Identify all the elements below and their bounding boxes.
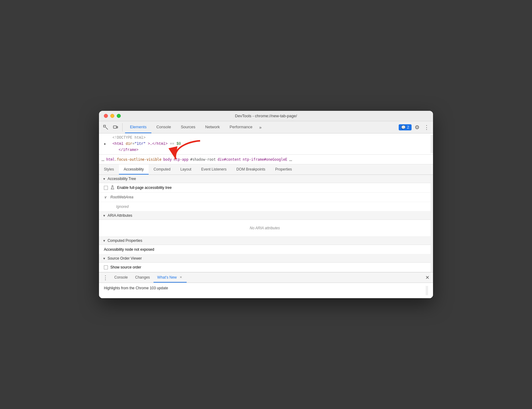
settings-button[interactable]: ⚙ — [413, 123, 421, 132]
device-icon — [113, 125, 118, 130]
tab-layout[interactable]: Layout — [175, 164, 196, 174]
root-web-area-label: RootWebArea — [110, 195, 133, 199]
feedback-count: 2 — [407, 125, 409, 129]
dom-line-iframe[interactable]: </iframe> — [99, 147, 431, 153]
feedback-icon: 💬 — [401, 125, 406, 129]
breadcrumb-dots[interactable]: … — [101, 156, 104, 162]
not-exposed-label: Accessibility node not exposed — [104, 247, 154, 252]
bc-ntp-app[interactable]: ntp-app — [173, 157, 188, 162]
accessibility-panel: ▼ Accessibility Tree Enable full-page ac… — [99, 175, 433, 272]
drawer-content-area: Highlights from the Chrome 103 update — [99, 283, 433, 298]
bc-html[interactable]: html.focus-outline-visible — [106, 157, 162, 162]
dom-scrollbar[interactable] — [431, 135, 433, 153]
close-button[interactable] — [104, 114, 108, 118]
tab-styles[interactable]: Styles — [99, 164, 119, 174]
show-source-order-row: Show source order — [99, 263, 431, 272]
drawer-scrollbar[interactable] — [426, 286, 428, 295]
drawer-console-label: Console — [114, 275, 128, 280]
ignored-label: Ignored — [116, 204, 129, 209]
root-web-area-row[interactable]: ∨ RootWebArea — [99, 193, 431, 202]
title-bar: DevTools - chrome://new-tab-page/ — [99, 111, 433, 121]
drawer-changes-label: Changes — [135, 275, 150, 280]
window-title: DevTools - chrome://new-tab-page/ — [235, 114, 297, 118]
aria-collapse-icon: ▼ — [103, 214, 106, 217]
drawer-kebab-icon[interactable]: ⋮ — [100, 273, 111, 282]
enable-full-page-checkbox[interactable] — [104, 186, 108, 190]
drawer-tabs: ⋮ Console Changes What's New ✕ ✕ — [99, 272, 433, 283]
dom-line-doctype[interactable]: <!DOCTYPE html> — [99, 135, 431, 141]
enable-full-page-row: Enable full-page accessibility tree — [99, 183, 431, 193]
toolbar-icons — [101, 123, 123, 132]
computed-properties-label: Computed Properties — [108, 238, 142, 243]
accessibility-content: ▼ Accessibility Tree Enable full-page ac… — [99, 175, 431, 272]
accessibility-tree-header[interactable]: ▼ Accessibility Tree — [99, 175, 431, 183]
drawer-tab-console[interactable]: Console — [111, 272, 131, 283]
tab-elements[interactable]: Elements — [125, 121, 151, 133]
tab-console[interactable]: Console — [151, 121, 176, 133]
traffic-lights — [104, 114, 121, 118]
svg-rect-1 — [113, 126, 116, 128]
dom-doctype: <!DOCTYPE html> — [111, 136, 431, 140]
breadcrumb: … html.focus-outline-visible body ntp-ap… — [99, 155, 433, 164]
device-toggle-button[interactable] — [111, 123, 120, 132]
feedback-button[interactable]: 💬 2 — [399, 124, 412, 130]
inspect-icon — [103, 125, 108, 130]
tree-collapse-icon: ▼ — [103, 177, 106, 181]
source-order-label: Source Order Viewer — [108, 256, 142, 261]
bottom-drawer: ⋮ Console Changes What's New ✕ ✕ Highlig… — [99, 272, 433, 298]
tab-dom-breakpoints[interactable]: DOM Breakpoints — [231, 164, 270, 174]
no-aria-row: No ARIA attributes — [99, 220, 431, 237]
show-source-order-checkbox[interactable] — [104, 265, 108, 269]
inspect-element-button[interactable] — [101, 123, 110, 132]
drawer-tab-whats-new[interactable]: What's New ✕ — [154, 272, 187, 283]
enable-full-page-label: Enable full-page accessibility tree — [117, 186, 172, 190]
source-order-header[interactable]: ▼ Source Order Viewer — [99, 254, 431, 263]
accessibility-tree-label: Accessibility Tree — [108, 177, 136, 181]
kebab-menu-button[interactable]: ⋮ — [423, 123, 431, 132]
computed-properties-header[interactable]: ▼ Computed Properties — [99, 237, 431, 245]
flask-icon — [110, 186, 115, 190]
tab-properties[interactable]: Properties — [270, 164, 297, 174]
aria-attributes-header[interactable]: ▼ ARIA Attributes — [99, 212, 431, 220]
aria-attributes-label: ARIA Attributes — [108, 213, 132, 218]
drawer-main-content: Highlights from the Chrome 103 update — [104, 286, 426, 295]
ignored-row: Ignored — [99, 202, 431, 212]
toolbar-right: 💬 2 ⚙ ⋮ — [399, 123, 431, 132]
root-expand-icon: ∨ — [104, 195, 107, 199]
drawer-content-text: Highlights from the Chrome 103 update — [104, 286, 168, 290]
tab-network[interactable]: Network — [200, 121, 225, 133]
devtools-window: DevTools - chrome://new-tab-page/ Elemen… — [99, 111, 433, 298]
bc-more[interactable]: … — [289, 156, 292, 162]
not-exposed-row: Accessibility node not exposed — [99, 245, 431, 254]
tab-event-listeners[interactable]: Event Listeners — [196, 164, 231, 174]
bc-shadow-root[interactable]: #shadow-root — [190, 157, 216, 162]
main-tabs: Elements Console Sources Network Perform… — [125, 121, 399, 133]
bc-ntp-iframe[interactable]: ntp-iframe#oneGoogleE — [243, 157, 287, 162]
main-scrollbar[interactable] — [431, 175, 433, 272]
minimize-button[interactable] — [110, 114, 114, 118]
dom-line-html[interactable]: ▶ <html dir="ltr" >…</html> == $0 — [99, 141, 431, 147]
more-tabs-button[interactable]: » — [257, 121, 264, 133]
tab-sources[interactable]: Sources — [176, 121, 200, 133]
dom-content: <!DOCTYPE html> ▶ <html dir="ltr" >…</ht… — [99, 135, 431, 153]
bc-body[interactable]: body — [163, 157, 172, 162]
no-aria-text: No ARIA attributes — [104, 222, 426, 234]
svg-point-5 — [112, 188, 112, 189]
drawer-close-button[interactable]: ✕ — [423, 273, 432, 282]
tab-computed[interactable]: Computed — [149, 164, 175, 174]
breadcrumb-container: … html.focus-outline-visible body ntp-ap… — [99, 155, 433, 164]
drawer-tab-close-icon[interactable]: ✕ — [179, 275, 183, 280]
dom-expand-html[interactable]: ▶ — [99, 142, 111, 146]
svg-rect-0 — [104, 125, 105, 127]
show-source-order-label: Show source order — [110, 265, 141, 269]
dom-html: <html dir="ltr" >…</html> == $0 — [111, 142, 431, 146]
tab-accessibility[interactable]: Accessibility — [119, 164, 149, 174]
dom-panel: <!DOCTYPE html> ▶ <html dir="ltr" >…</ht… — [99, 133, 433, 155]
drawer-tab-changes[interactable]: Changes — [131, 272, 154, 283]
source-order-collapse-icon: ▼ — [103, 257, 106, 260]
main-toolbar: Elements Console Sources Network Perform… — [99, 121, 433, 133]
tab-performance[interactable]: Performance — [225, 121, 257, 133]
svg-rect-2 — [117, 126, 118, 128]
bc-div-content[interactable]: div#content — [218, 157, 241, 162]
maximize-button[interactable] — [117, 114, 121, 118]
